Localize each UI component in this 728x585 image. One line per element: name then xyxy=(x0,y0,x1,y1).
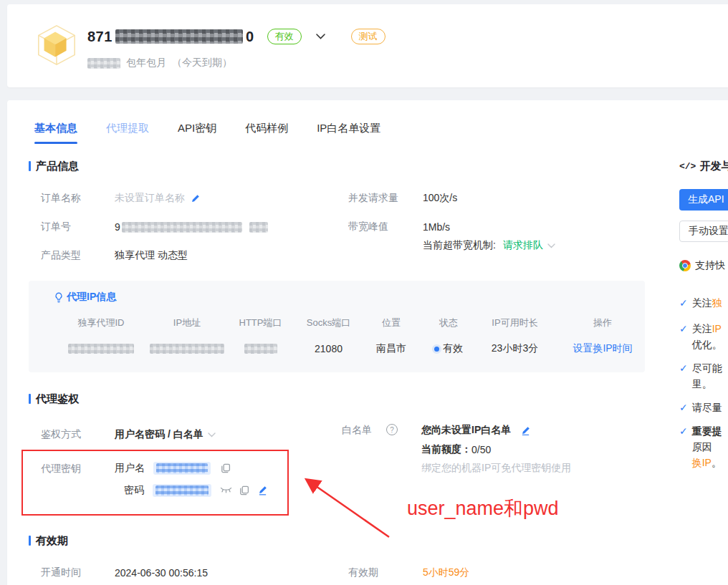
whitelist-status: 您尚未设置IP白名单 xyxy=(421,424,511,437)
bandwidth-value: 1Mb/s xyxy=(423,221,450,233)
change-ip-link[interactable]: 换IP xyxy=(692,457,712,468)
check-icon: ✓ xyxy=(679,295,688,311)
dev-sidebar: </> 开发与 生成API 手动设置 支持快 ✓ 关注独 ✓ 关注IP优化。 ✓… xyxy=(679,160,728,478)
plan-name-redacted xyxy=(87,58,120,69)
order-header-card: 871 0 有效 测试 包年包月 （今天到期） xyxy=(7,4,728,87)
check-icon: ✓ xyxy=(679,400,688,415)
status-badge: 有效 xyxy=(267,29,302,44)
location-value: 南昌市 xyxy=(363,342,420,355)
quota-label: 当前额度： xyxy=(421,443,471,456)
password-value-redacted xyxy=(153,484,211,497)
expiry-note: （今天到期） xyxy=(172,57,232,69)
username-label: 用户名 xyxy=(115,462,145,475)
check-icon: ✓ xyxy=(679,321,688,352)
status-value: 有效 xyxy=(443,342,463,355)
edit-order-name-icon[interactable] xyxy=(191,194,200,203)
concurrency-value: 100次/s xyxy=(423,192,457,205)
checklist-item: ✓ 请尽量 xyxy=(679,400,728,415)
toggle-password-visibility-icon[interactable] xyxy=(220,487,232,495)
edit-whitelist-icon[interactable] xyxy=(521,426,530,435)
sidebar-title: 开发与 xyxy=(699,160,728,173)
auth-mode-select[interactable]: 用户名密码 / 白名单 xyxy=(115,428,203,441)
col-http-port: HTTP端口 xyxy=(226,316,294,329)
test-badge: 测试 xyxy=(351,29,385,44)
checklist-link[interactable]: IP xyxy=(712,323,722,334)
username-value-redacted xyxy=(153,462,211,475)
section-title-product-info: 产品信息 xyxy=(29,160,79,173)
checklist-item: ✓ 重要提原因换IP。 xyxy=(679,423,728,470)
col-proxy-id: 独享代理ID xyxy=(54,316,148,329)
tab-code-sample[interactable]: 代码样例 xyxy=(245,122,288,144)
copy-password-icon[interactable] xyxy=(239,485,249,495)
checklist-item: ✓ 关注IP优化。 xyxy=(679,321,728,352)
annotation-arrow xyxy=(297,474,398,540)
annotation-text: user_name和pwd xyxy=(407,495,559,521)
tab-proxy-extract[interactable]: 代理提取 xyxy=(106,122,149,144)
over-bandwidth-value[interactable]: 请求排队 xyxy=(503,239,543,252)
bandwidth-label: 带宽峰值 xyxy=(348,221,423,233)
tab-ip-whitelist[interactable]: IP白名单设置 xyxy=(317,122,380,144)
status-dot-icon xyxy=(434,347,439,352)
chevron-down-icon[interactable] xyxy=(316,34,325,39)
set-ip-rotation-link[interactable]: 设置换IP时间 xyxy=(552,342,653,355)
product-cube-icon xyxy=(34,23,79,67)
col-status: 状态 xyxy=(420,316,477,329)
order-id-suffix: 0 xyxy=(246,29,254,45)
proxy-ip-info-title: 代理IP信息 xyxy=(67,291,116,304)
tab-api-key[interactable]: API密钥 xyxy=(178,122,216,144)
product-type-value: 独享代理 动态型 xyxy=(115,249,188,262)
edit-password-icon[interactable] xyxy=(258,485,267,495)
order-no-prefix: 9 xyxy=(115,221,120,233)
over-bandwidth-label: 当前超带宽机制: xyxy=(423,239,496,252)
checklist-item: ✓ 尽可能里。 xyxy=(679,360,728,392)
proxy-ip-table-header: 独享代理ID IP地址 HTTP端口 Socks端口 位置 状态 IP可用时长 … xyxy=(54,316,653,329)
start-time-label: 开通时间 xyxy=(41,566,115,579)
col-ip-address: IP地址 xyxy=(148,316,226,329)
manual-setting-button[interactable]: 手动设置 xyxy=(679,221,728,242)
check-icon: ✓ xyxy=(679,423,688,470)
status-cell: 有效 xyxy=(420,342,477,355)
auth-mode-chevron-icon[interactable] xyxy=(208,432,216,437)
col-location: 位置 xyxy=(363,316,420,329)
section-title-proxy-auth: 代理鉴权 xyxy=(29,392,79,406)
order-detail-page: 871 0 有效 测试 包年包月 （今天到期） 基本信息 代理提取 API密钥 … xyxy=(0,0,728,585)
quota-value: 0/50 xyxy=(471,444,491,455)
col-action: 操作 xyxy=(552,316,653,329)
section-title-validity: 有效期 xyxy=(29,534,68,548)
order-name-label: 订单名称 xyxy=(41,192,115,205)
available-time-value: 23小时3分 xyxy=(477,342,552,355)
copy-username-icon[interactable] xyxy=(221,463,231,473)
bulb-icon xyxy=(54,292,63,303)
over-bandwidth-chevron-icon[interactable] xyxy=(547,243,555,248)
checklist-link[interactable]: 独 xyxy=(712,297,722,309)
code-icon: </> xyxy=(679,161,696,172)
product-type-label: 产品类型 xyxy=(41,249,115,262)
order-no-label: 订单号 xyxy=(41,221,115,233)
order-detail-card: 基本信息 代理提取 API密钥 代码样例 IP白名单设置 产品信息 订单名称 未… xyxy=(7,100,728,585)
concurrency-label: 并发请求量 xyxy=(348,192,423,205)
order-name-value: 未设置订单名称 xyxy=(115,192,185,205)
order-no-redacted xyxy=(122,222,242,233)
generate-api-button[interactable]: 生成API xyxy=(679,189,728,211)
support-text: 支持快 xyxy=(695,259,725,272)
password-label: 密码 xyxy=(124,484,144,497)
proxy-ip-info-box: 代理IP信息 独享代理ID IP地址 HTTP端口 Socks端口 位置 状态 … xyxy=(29,281,645,372)
tab-basic-info[interactable]: 基本信息 xyxy=(34,122,77,144)
whitelist-hint: 绑定您的机器IP可免代理密钥使用 xyxy=(421,462,571,475)
col-socks-port: Socks端口 xyxy=(294,316,363,329)
http-port-redacted xyxy=(226,344,294,354)
col-available-time: IP可用时长 xyxy=(477,316,552,329)
help-icon[interactable]: ? xyxy=(386,424,398,435)
remaining-value: 5小时59分 xyxy=(423,566,469,579)
tab-bar: 基本信息 代理提取 API密钥 代码样例 IP白名单设置 xyxy=(34,122,380,144)
proxy-key-label: 代理密钥 xyxy=(41,463,81,475)
order-id-prefix: 871 xyxy=(87,29,112,45)
auth-mode-label: 鉴权方式 xyxy=(41,428,115,441)
proxy-ip-table-row: 21080 南昌市 有效 23小时3分 设置换IP时间 xyxy=(54,342,653,355)
ip-address-redacted xyxy=(148,344,226,354)
order-no-redacted-2 xyxy=(249,222,268,233)
socks-port-value: 21080 xyxy=(294,343,363,354)
billing-cycle: 包年包月 xyxy=(126,57,166,69)
start-time-value: 2024-06-30 00:56:15 xyxy=(115,567,208,579)
check-icon: ✓ xyxy=(679,360,688,392)
